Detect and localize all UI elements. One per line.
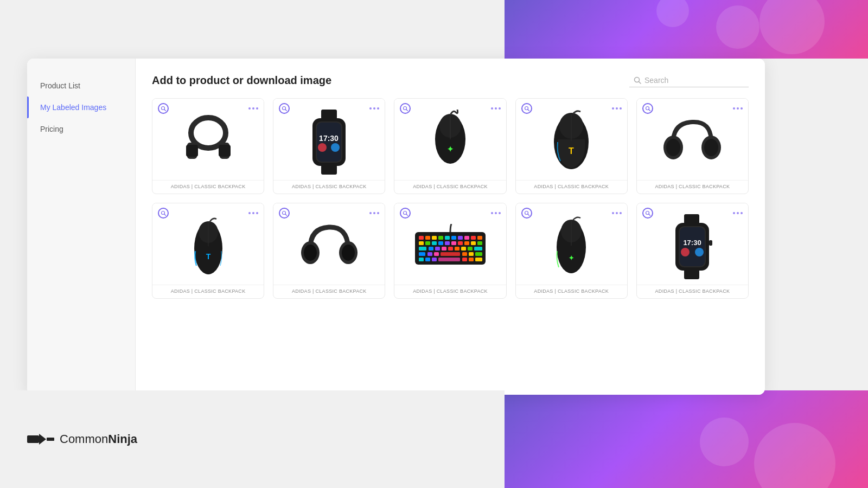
zoom-icon-8[interactable]: [400, 208, 411, 219]
zoom-icon-9[interactable]: [521, 208, 532, 219]
product-grid: ADIDAS | CLASSIC BACKPACK: [152, 98, 749, 299]
svg-rect-68: [458, 241, 463, 245]
card-top-bar-9: [516, 203, 627, 223]
svg-rect-59: [464, 236, 469, 240]
zoom-icon-4[interactable]: [521, 103, 532, 114]
svg-point-36: [704, 139, 718, 156]
sidebar: Product List My Labeled Images Pricing: [27, 59, 136, 395]
card-label-5: ADIDAS | CLASSIC BACKPACK: [637, 180, 748, 194]
brand-text: CommonNinja: [60, 432, 137, 446]
svg-line-32: [649, 110, 650, 111]
card-label-2: ADIDAS | CLASSIC BACKPACK: [273, 180, 385, 194]
more-dots-3[interactable]: [491, 107, 501, 110]
brand-bar: CommonNinja: [0, 390, 505, 488]
svg-point-35: [666, 139, 680, 156]
card-label-8: ADIDAS | CLASSIC BACKPACK: [394, 285, 506, 298]
svg-rect-112: [27, 435, 39, 443]
product-card-10: 17:30 ADIDAS | CLASSIC BACKPACK: [636, 203, 749, 299]
svg-point-48: [342, 245, 355, 261]
zoom-icon-7[interactable]: [279, 208, 290, 219]
zoom-icon-10[interactable]: [642, 208, 653, 219]
svg-rect-52: [419, 236, 424, 240]
product-card-3: ✦ ADIDAS | CLASSIC BACKPACK: [394, 98, 506, 194]
svg-rect-107: [680, 227, 705, 266]
more-dots-10[interactable]: [733, 212, 743, 214]
zoom-icon-6[interactable]: [158, 208, 169, 219]
card-label-3: ADIDAS | CLASSIC BACKPACK: [394, 180, 506, 194]
svg-rect-54: [432, 236, 437, 240]
more-dots-4[interactable]: [612, 107, 622, 110]
zoom-icon-5[interactable]: [642, 103, 653, 114]
svg-rect-93: [469, 258, 474, 261]
more-dots-2[interactable]: [369, 107, 379, 110]
gaming-mouse-image-1: ✦: [426, 110, 475, 175]
card-top-bar-8: [394, 203, 506, 223]
card-top-bar-1: [152, 99, 264, 118]
sidebar-item-pricing[interactable]: Pricing: [27, 118, 135, 140]
sidebar-item-my-labeled-images[interactable]: My Labeled Images: [27, 97, 135, 118]
svg-rect-89: [425, 258, 430, 261]
card-top-bar-4: [516, 99, 627, 118]
card-label-10: ADIDAS | CLASSIC BACKPACK: [637, 285, 748, 298]
zoom-icon-3[interactable]: [400, 103, 411, 114]
svg-rect-74: [435, 247, 440, 251]
svg-rect-90: [432, 258, 437, 261]
svg-rect-81: [419, 252, 425, 256]
gaming-mouse-image-3: T: [187, 216, 230, 278]
svg-rect-80: [474, 247, 482, 251]
more-dots-5[interactable]: [733, 107, 743, 110]
svg-point-17: [318, 143, 327, 152]
product-card-5: ADIDAS | CLASSIC BACKPACK: [636, 98, 749, 194]
card-label-4: ADIDAS | CLASSIC BACKPACK: [516, 180, 627, 194]
svg-rect-114: [47, 438, 54, 441]
zoom-icon-2[interactable]: [279, 103, 290, 114]
svg-rect-12: [321, 165, 337, 175]
svg-rect-85: [462, 252, 467, 256]
svg-rect-79: [468, 247, 473, 251]
svg-rect-70: [471, 241, 476, 245]
svg-rect-82: [427, 252, 432, 256]
svg-text:T: T: [569, 146, 574, 156]
svg-rect-75: [442, 247, 446, 251]
card-top-bar-6: [152, 203, 264, 223]
gaming-mouse-image-2: T: [547, 110, 596, 175]
card-label-7: ADIDAS | CLASSIC BACKPACK: [273, 285, 385, 298]
more-dots-6[interactable]: [248, 212, 258, 214]
product-card-7: ADIDAS | CLASSIC BACKPACK: [273, 203, 385, 299]
svg-line-38: [164, 214, 166, 216]
card-label-1: ADIDAS | CLASSIC BACKPACK: [152, 180, 264, 194]
svg-rect-65: [438, 241, 443, 245]
more-dots-8[interactable]: [491, 212, 501, 214]
zoom-icon-1[interactable]: [158, 103, 169, 114]
more-dots-9[interactable]: [612, 212, 622, 214]
keyboard-image-1: [412, 224, 488, 270]
decor-circle-3: [656, 0, 689, 27]
product-card-8: ADIDAS | CLASSIC BACKPACK: [394, 203, 506, 299]
search-box[interactable]: [629, 74, 749, 87]
svg-rect-62: [419, 241, 424, 245]
svg-rect-58: [458, 236, 463, 240]
svg-rect-78: [461, 247, 466, 251]
card-top-bar-7: [273, 203, 385, 223]
product-card-4: T ADIDAS | CLASSIC BACKPACK: [515, 98, 628, 194]
svg-rect-67: [451, 241, 456, 245]
decor-circle-4: [754, 423, 835, 488]
svg-text:T: T: [206, 252, 210, 261]
svg-rect-55: [438, 236, 443, 240]
more-dots-1[interactable]: [248, 107, 258, 110]
svg-rect-92: [462, 258, 467, 261]
sidebar-item-product-list[interactable]: Product List: [27, 75, 135, 97]
card-top-bar-10: [637, 203, 748, 223]
svg-rect-69: [464, 241, 469, 245]
svg-rect-104: [684, 269, 699, 279]
headphones-image-1: [178, 112, 238, 172]
svg-line-1: [639, 82, 641, 84]
card-top-bar-5: [637, 99, 748, 118]
svg-rect-91: [438, 258, 460, 261]
search-input[interactable]: [644, 76, 744, 85]
more-dots-7[interactable]: [369, 212, 379, 214]
svg-rect-57: [451, 236, 456, 240]
page-title: Add to product or download image: [152, 74, 331, 87]
svg-rect-83: [434, 252, 439, 256]
brand-icon: [27, 431, 54, 447]
